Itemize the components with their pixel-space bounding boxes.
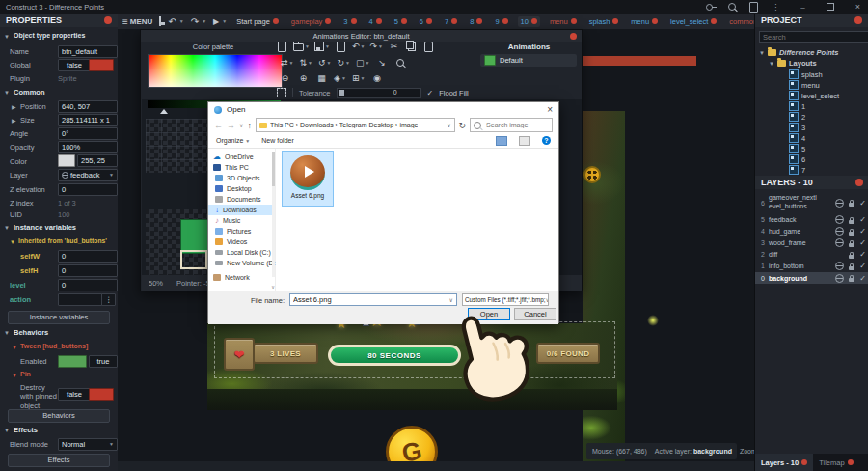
tab-level-select[interactable]: level_select bbox=[667, 16, 719, 27]
enabled-toggle[interactable] bbox=[58, 355, 87, 368]
collapse-icon[interactable]: ▼ bbox=[12, 345, 17, 350]
sidebar-item-this-pc[interactable]: This PC bbox=[208, 162, 275, 173]
color-swatch[interactable] bbox=[58, 154, 75, 167]
sidebar-item-desktop[interactable]: Desktop bbox=[208, 183, 275, 194]
lock-icon[interactable] bbox=[849, 203, 854, 207]
scroll-down-icon[interactable]: ∨ bbox=[271, 284, 275, 290]
level-field[interactable]: 0 bbox=[58, 279, 118, 291]
tab-splash[interactable]: splash bbox=[586, 16, 622, 27]
section-instance-vars[interactable]: Instance variables bbox=[14, 223, 76, 232]
refresh-icon[interactable]: ↻ bbox=[459, 121, 467, 130]
visibility-checkbox[interactable]: ✓ bbox=[859, 215, 866, 224]
layer-row-2[interactable]: 2 diff ✓ bbox=[755, 249, 868, 260]
zoom-out-button[interactable]: ⊖ bbox=[279, 72, 291, 84]
address-bar[interactable]: This PC › Downloads › Telegram Desktop ›… bbox=[256, 118, 455, 132]
sidebar-item-new-volume[interactable]: New Volume (D: bbox=[208, 258, 275, 268]
section-behaviors[interactable]: Behaviors bbox=[14, 328, 48, 337]
resize-button[interactable]: ↘ bbox=[375, 57, 388, 69]
selfh-field[interactable]: 0 bbox=[58, 264, 118, 277]
global-toggle[interactable] bbox=[89, 59, 114, 71]
search-input[interactable] bbox=[484, 121, 544, 129]
chevron-down-icon[interactable]: ∨ bbox=[546, 296, 549, 303]
sidebar-item-network[interactable]: Network bbox=[208, 272, 275, 283]
collapse-icon[interactable]: ▼ bbox=[4, 34, 10, 40]
layer-row-0-selected[interactable]: 0 background ✓ bbox=[755, 272, 868, 284]
tab-5[interactable]: 5 bbox=[392, 16, 410, 27]
collapse-icon[interactable]: ▼ bbox=[769, 61, 774, 67]
section-common[interactable]: Common bbox=[14, 88, 45, 97]
sidebar-item-pictures[interactable]: Pictures bbox=[208, 226, 275, 236]
dock-tab-layers[interactable]: Layers - 10 bbox=[755, 454, 813, 471]
tolerance-slider-handle[interactable] bbox=[339, 90, 344, 96]
name-field[interactable]: btn_default bbox=[58, 45, 118, 58]
selfw-field[interactable]: 0 bbox=[58, 250, 118, 263]
dialog-titlebar[interactable]: Open × bbox=[208, 102, 558, 117]
instance-variables-button[interactable]: Instance variables bbox=[8, 311, 110, 324]
flip-vertical-button[interactable]: ⇅▼ bbox=[300, 57, 313, 69]
nav-forward-icon[interactable]: → bbox=[227, 121, 235, 130]
tab-9[interactable]: 9 bbox=[492, 16, 510, 27]
global-layer-icon[interactable] bbox=[835, 215, 844, 224]
opacity-field[interactable]: 100% bbox=[58, 141, 118, 153]
redo-button[interactable]: ↷▼ bbox=[191, 16, 206, 27]
pin-header[interactable]: Pin bbox=[20, 371, 31, 377]
collapse-icon[interactable]: ▼ bbox=[759, 50, 765, 56]
grid-button[interactable]: ⊞▼ bbox=[352, 72, 366, 84]
zoom-tool-button[interactable] bbox=[393, 57, 406, 69]
visibility-checkbox[interactable]: ✓ bbox=[859, 274, 866, 283]
rotate-cw-button[interactable]: ↻▼ bbox=[338, 57, 351, 69]
color-field[interactable]: 255, 25 bbox=[77, 154, 118, 167]
tween-header[interactable]: Tween [hud_buttons] bbox=[20, 343, 88, 349]
layer-row-5[interactable]: 5 feedback ✓ bbox=[755, 214, 868, 225]
tree-item-5[interactable]: 5 bbox=[789, 144, 805, 153]
behaviors-button[interactable]: Behaviors bbox=[8, 409, 110, 423]
layer-row-3[interactable]: 3 wood_frame ✓ bbox=[755, 237, 868, 248]
layer-row-4[interactable]: 4 hud_game ✓ bbox=[755, 226, 868, 236]
expand-icon[interactable]: ▶ bbox=[12, 103, 16, 110]
file-item-selected[interactable]: Asset 6.png bbox=[282, 151, 334, 207]
tree-folder-layouts[interactable]: ▼ Layouts bbox=[769, 59, 817, 68]
tab-10[interactable]: 10 bbox=[518, 16, 540, 27]
undo-button[interactable]: ↶▼ bbox=[352, 41, 366, 52]
tab-7[interactable]: 7 bbox=[442, 16, 460, 27]
tab-gameplay[interactable]: gameplay bbox=[288, 16, 335, 27]
global-value[interactable]: false bbox=[58, 59, 91, 71]
sidebar-item-music[interactable]: ♪Music bbox=[208, 215, 275, 226]
preview-animation-button[interactable]: ◉ bbox=[371, 72, 384, 84]
color-palette[interactable] bbox=[148, 54, 283, 88]
tree-item-1[interactable]: 1 bbox=[789, 101, 805, 111]
zoom-in-button[interactable]: ⊕ bbox=[297, 72, 310, 84]
undo-button[interactable]: ↶▼ bbox=[168, 16, 183, 27]
sidebar-item-onedrive[interactable]: ☁OneDrive bbox=[208, 152, 275, 162]
expand-icon[interactable]: ▶ bbox=[12, 117, 16, 124]
tree-item-7[interactable]: 7 bbox=[789, 165, 805, 175]
tab-8[interactable]: 8 bbox=[467, 16, 485, 27]
new-folder-button[interactable]: New folder bbox=[261, 137, 293, 144]
crop-button[interactable]: ▢▼ bbox=[356, 57, 369, 69]
sidebar-scrollbar[interactable] bbox=[272, 152, 275, 277]
tab-menu[interactable]: menu bbox=[547, 16, 580, 27]
lock-icon[interactable] bbox=[849, 278, 854, 282]
visibility-checkbox[interactable]: ✓ bbox=[859, 262, 866, 270]
size-field[interactable]: 285.114111 x 1 bbox=[58, 114, 118, 126]
tab-4[interactable]: 4 bbox=[366, 16, 385, 27]
tab-6[interactable]: 6 bbox=[417, 16, 435, 27]
view-thumbnails-icon[interactable] bbox=[496, 136, 507, 146]
blend-mode-dropdown[interactable]: Normal ▼ bbox=[58, 438, 118, 451]
collapse-icon[interactable]: ▼ bbox=[4, 428, 10, 433]
file-name-input[interactable] bbox=[290, 294, 449, 305]
save-button[interactable]: ▼ bbox=[314, 41, 330, 52]
tree-item-splash[interactable]: splash bbox=[789, 69, 823, 79]
visibility-checkbox[interactable]: ✓ bbox=[859, 199, 866, 208]
tab-3[interactable]: 3 bbox=[340, 16, 359, 27]
flip-horizontal-button[interactable]: ⇄▼ bbox=[281, 57, 294, 69]
open-button[interactable]: ▼ bbox=[293, 41, 310, 52]
sidebar-item-3d-objects[interactable]: 3D Objects bbox=[208, 173, 275, 183]
tab-start-page[interactable]: Start page bbox=[233, 16, 282, 27]
layer-dropdown[interactable]: feedback ▼ bbox=[58, 169, 118, 181]
lock-icon[interactable] bbox=[849, 243, 854, 247]
file-name-combo[interactable]: ∨ bbox=[289, 293, 457, 306]
lock-icon[interactable] bbox=[849, 232, 854, 236]
selection-tool-icon[interactable] bbox=[277, 88, 286, 97]
organize-button[interactable]: Organize ▼ bbox=[216, 137, 250, 144]
